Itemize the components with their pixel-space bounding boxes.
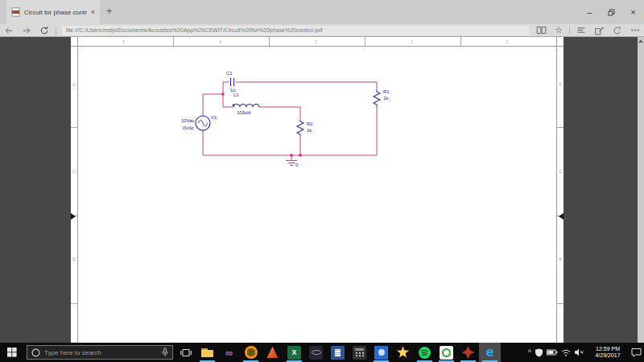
- favorites-star-button[interactable]: ☆: [555, 26, 563, 35]
- taskbar-icon-calculator[interactable]: [349, 343, 370, 362]
- white-green-app-icon: [440, 346, 453, 360]
- share-button[interactable]: [613, 26, 622, 35]
- taskbar-search-input[interactable]: Type here to search: [27, 345, 173, 360]
- pdf-file-icon: [11, 7, 20, 17]
- hub-lines-icon: [576, 26, 586, 35]
- taskbar-icon-red-tool-app[interactable]: [457, 343, 479, 362]
- microphone-icon[interactable]: [162, 348, 168, 357]
- taskbar-icon-orange-burst-app[interactable]: [392, 343, 414, 362]
- pen-square-icon: [594, 26, 605, 35]
- new-tab-button[interactable]: +: [106, 5, 113, 17]
- label-v1: V1: [211, 115, 217, 120]
- back-button[interactable]: [4, 26, 14, 35]
- excel-icon: X: [287, 346, 301, 360]
- tray-chevron-icon[interactable]: ^: [528, 343, 531, 362]
- taskbar-icon-blue-document-app[interactable]: [327, 343, 349, 362]
- taskbar-icon-edge[interactable]: e: [479, 343, 501, 362]
- task-view-icon: [180, 348, 192, 357]
- web-note-button[interactable]: [594, 26, 605, 35]
- share-icon: [613, 26, 622, 35]
- url-text: file:///C:/Users/mstjo/Documents/Acousti…: [66, 27, 323, 33]
- windows-logo-icon: [7, 348, 17, 357]
- battery-icon[interactable]: [547, 343, 558, 362]
- inductor-l1-symbol: [233, 105, 259, 108]
- visual-studio-icon: ∞: [222, 346, 236, 360]
- address-bar[interactable]: file:///C:/Users/mstjo/Documents/Acousti…: [62, 26, 529, 35]
- restore-icon: [608, 9, 615, 16]
- capacitor-c1-symbol: [231, 78, 234, 86]
- matlab-icon: [266, 347, 279, 359]
- scrollbar-up-arrow-icon[interactable]: [638, 39, 643, 43]
- resistor-r2-symbol: [297, 120, 303, 136]
- volume-muted-icon[interactable]: [574, 343, 584, 362]
- circuit-schematic: C1 1u L1 100uH V1 10Vac 0Vdc R2 1k R1 1k…: [0, 37, 644, 343]
- taskbar-icon-matlab[interactable]: [262, 343, 283, 362]
- orange-circle-app-icon: [245, 346, 258, 359]
- red-tool-app-icon: [462, 346, 475, 359]
- tab-title: Circuit for phase contro: [24, 9, 87, 16]
- pdf-viewer: 5 4 3 2 1 D C B D C B: [0, 37, 644, 343]
- navbar-separator-2: [569, 27, 570, 35]
- excel-letter: X: [291, 348, 296, 356]
- book-icon: [536, 26, 547, 35]
- refresh-button[interactable]: [39, 26, 49, 35]
- taskbar-icon-visual-studio[interactable]: ∞: [218, 343, 240, 362]
- edge-icon: e: [483, 346, 497, 360]
- label-r2: R2: [307, 121, 313, 126]
- dark-audio-app-icon: [309, 346, 323, 360]
- window-minimize-button[interactable]: –: [579, 0, 601, 24]
- circuit-wires: [203, 82, 377, 166]
- circuit-labels: C1 1u L1 100uH V1 10Vac 0Vdc R2 1k R1 1k…: [181, 71, 390, 167]
- window-restore-button[interactable]: [601, 0, 622, 24]
- spotify-icon: [418, 346, 431, 360]
- system-tray: ^: [528, 343, 644, 362]
- orange-burst-app-icon: [396, 346, 410, 360]
- calculator-icon: [353, 346, 366, 360]
- back-icon: [4, 26, 14, 35]
- file-explorer-icon: [200, 346, 214, 360]
- edge-letter: e: [485, 345, 493, 360]
- window-controls: – ×: [579, 0, 644, 24]
- label-v1-dc: 0Vdc: [183, 125, 194, 130]
- junction-dots: [222, 93, 302, 157]
- browser-tab[interactable]: Circuit for phase contro ×: [6, 0, 100, 24]
- resistor-r1-symbol: [374, 90, 380, 106]
- taskbar-icon-file-explorer[interactable]: [196, 343, 218, 362]
- tab-close-icon[interactable]: ×: [91, 9, 95, 16]
- taskbar-icon-photos[interactable]: [370, 343, 392, 362]
- label-r1: R1: [383, 89, 390, 94]
- cortana-circle-icon: [31, 348, 40, 357]
- hub-button[interactable]: [576, 26, 586, 35]
- label-r2-value: 1k: [307, 128, 312, 133]
- taskbar-icon-spotify[interactable]: [414, 343, 436, 362]
- desktop: Circuit for phase contro × + – ×: [0, 0, 644, 362]
- taskbar-icon-excel[interactable]: X: [283, 343, 305, 362]
- action-center-icon: [631, 348, 642, 357]
- pdf-scrollbar[interactable]: [638, 37, 644, 343]
- taskbar-clock[interactable]: 12:59 PM 4/29/2017: [588, 346, 628, 360]
- start-button[interactable]: [0, 343, 24, 362]
- blue-document-app-icon: [331, 346, 345, 360]
- clock-time: 12:59 PM: [588, 346, 628, 353]
- taskbar: Type here to search ∞: [0, 343, 644, 362]
- browser-titlebar: Circuit for phase contro × + – ×: [0, 0, 644, 24]
- label-c1: C1: [226, 71, 233, 76]
- task-view-button[interactable]: [175, 343, 196, 362]
- wifi-icon[interactable]: [561, 343, 571, 362]
- taskbar-icon-white-green-app[interactable]: [436, 343, 457, 362]
- taskbar-icon-dark-audio-app[interactable]: [305, 343, 327, 362]
- action-center-button[interactable]: [631, 343, 642, 362]
- clock-date: 4/29/2017: [588, 352, 628, 360]
- search-placeholder: Type here to search: [44, 349, 158, 356]
- navbar-separator: [56, 27, 56, 35]
- forward-icon: [22, 26, 31, 35]
- label-l1: L1: [233, 93, 239, 97]
- reading-view-button[interactable]: [536, 26, 547, 35]
- forward-button[interactable]: [22, 26, 31, 35]
- defender-shield-icon[interactable]: [535, 343, 543, 362]
- inductor-polarity-dot: [233, 104, 235, 106]
- window-close-button[interactable]: ×: [622, 0, 644, 24]
- more-options-button[interactable]: [630, 26, 640, 35]
- taskbar-icon-orange-circle-app[interactable]: [240, 343, 262, 362]
- refresh-icon: [39, 26, 49, 35]
